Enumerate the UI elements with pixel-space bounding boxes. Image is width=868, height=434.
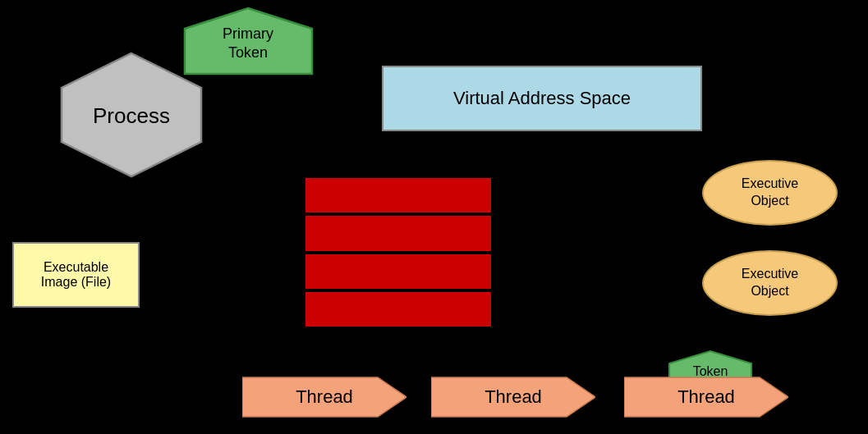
red-block-4 <box>304 290 493 328</box>
executive-object-2: ExecutiveObject <box>702 250 838 316</box>
svg-text:Primary: Primary <box>223 25 273 42</box>
process-shape: Process <box>57 49 205 180</box>
virtual-address-space: Virtual Address Space <box>382 66 702 131</box>
executable-image: ExecutableImage (File) <box>12 242 140 308</box>
svg-text:Token: Token <box>228 44 268 61</box>
thread-3: Thread <box>624 373 788 421</box>
red-block-3 <box>304 253 493 290</box>
svg-text:Process: Process <box>93 103 170 128</box>
thread-1: Thread <box>242 373 406 421</box>
red-block-1 <box>304 176 493 214</box>
red-stack <box>304 176 493 328</box>
thread-2: Thread <box>431 373 595 421</box>
executive-object-1: ExecutiveObject <box>702 160 838 226</box>
red-block-2 <box>304 214 493 252</box>
